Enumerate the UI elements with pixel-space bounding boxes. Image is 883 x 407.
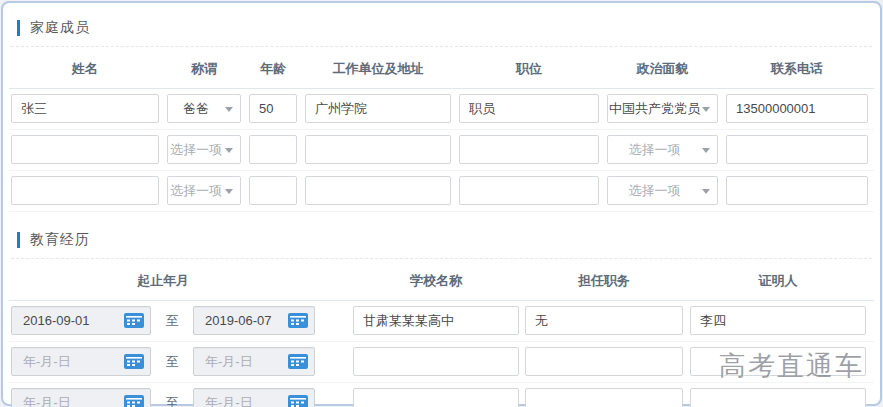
reference-input[interactable] xyxy=(690,306,866,335)
political-select[interactable]: 选择一项 xyxy=(607,135,718,164)
chevron-down-icon xyxy=(225,148,233,153)
duty-input[interactable] xyxy=(525,388,683,407)
end-date-placeholder: 年-月-日 xyxy=(205,353,253,371)
age-input[interactable] xyxy=(249,176,297,205)
column-header-school: 学校名称 xyxy=(353,272,519,290)
political-select[interactable]: 中国共产党党员 xyxy=(607,94,718,123)
name-input[interactable] xyxy=(11,135,159,164)
political-select-placeholder: 选择一项 xyxy=(629,182,681,200)
position-input[interactable] xyxy=(459,94,599,123)
to-label: 至 xyxy=(151,394,193,407)
chevron-down-icon xyxy=(702,107,710,112)
education-row: 年-月-日 至 年-月-日 xyxy=(9,342,874,383)
family-section-title: 家庭成员 xyxy=(17,19,874,37)
school-input[interactable] xyxy=(353,306,519,335)
start-date-value: 2016-09-01 xyxy=(23,313,90,328)
relation-select-placeholder: 选择一项 xyxy=(170,182,222,200)
relation-select[interactable]: 爸爸 xyxy=(167,94,241,123)
name-input[interactable] xyxy=(11,94,159,123)
education-section-title: 教育经历 xyxy=(17,231,874,249)
end-date-picker[interactable]: 2019-06-07 xyxy=(193,306,315,335)
to-label: 至 xyxy=(151,353,193,371)
calendar-icon[interactable] xyxy=(288,313,308,328)
chevron-down-icon xyxy=(225,107,233,112)
end-date-picker[interactable]: 年-月-日 xyxy=(193,388,315,407)
start-date-picker[interactable]: 年-月-日 xyxy=(11,388,151,407)
political-select[interactable]: 选择一项 xyxy=(607,176,718,205)
relation-select[interactable]: 选择一项 xyxy=(167,176,241,205)
family-row: 选择一项 选择一项 xyxy=(9,171,874,212)
column-header-relation: 称谓 xyxy=(167,60,241,78)
phone-input[interactable] xyxy=(726,176,868,205)
reference-input[interactable] xyxy=(690,347,866,376)
family-row: 选择一项 选择一项 xyxy=(9,130,874,171)
duty-input[interactable] xyxy=(525,306,683,335)
end-date-placeholder: 年-月-日 xyxy=(205,394,253,407)
chevron-down-icon xyxy=(702,189,710,194)
calendar-icon[interactable] xyxy=(288,354,308,369)
age-input[interactable] xyxy=(249,94,297,123)
section-title-label: 家庭成员 xyxy=(30,19,90,37)
column-header-work: 工作单位及地址 xyxy=(305,60,451,78)
column-header-duty: 担任职务 xyxy=(525,272,683,290)
relation-select-value: 爸爸 xyxy=(183,100,209,118)
education-table-header: 起止年月 学校名称 担任职务 证明人 xyxy=(9,259,874,301)
column-header-phone: 联系电话 xyxy=(726,60,868,78)
relation-select-placeholder: 选择一项 xyxy=(170,141,222,159)
family-table-header: 姓名 称谓 年龄 工作单位及地址 职位 政治面貌 联系电话 xyxy=(9,47,874,89)
age-input[interactable] xyxy=(249,135,297,164)
school-input[interactable] xyxy=(353,347,519,376)
start-date-picker[interactable]: 年-月-日 xyxy=(11,347,151,376)
column-header-name: 姓名 xyxy=(11,60,159,78)
family-row: 爸爸 中国共产党党员 xyxy=(9,89,874,130)
start-date-picker[interactable]: 2016-09-01 xyxy=(11,306,151,335)
to-label: 至 xyxy=(151,312,193,330)
column-header-political: 政治面貌 xyxy=(607,60,718,78)
calendar-icon[interactable] xyxy=(124,313,144,328)
phone-input[interactable] xyxy=(726,135,868,164)
section-title-label: 教育经历 xyxy=(30,231,90,249)
column-header-reference: 证明人 xyxy=(690,272,866,290)
section-accent-bar xyxy=(17,232,20,248)
work-input[interactable] xyxy=(305,94,451,123)
reference-input[interactable] xyxy=(690,388,866,407)
family-section: 家庭成员 姓名 称谓 年龄 工作单位及地址 职位 政治面貌 联系电话 爸爸 中国… xyxy=(9,19,874,212)
start-date-placeholder: 年-月-日 xyxy=(23,394,71,407)
column-header-position: 职位 xyxy=(459,60,599,78)
column-header-date-range: 起止年月 xyxy=(11,272,315,290)
form-panel: 家庭成员 姓名 称谓 年龄 工作单位及地址 职位 政治面貌 联系电话 爸爸 中国… xyxy=(1,1,882,406)
calendar-icon[interactable] xyxy=(124,395,144,407)
phone-input[interactable] xyxy=(726,94,868,123)
name-input[interactable] xyxy=(11,176,159,205)
education-row: 年-月-日 至 年-月-日 xyxy=(9,383,874,407)
chevron-down-icon xyxy=(225,189,233,194)
position-input[interactable] xyxy=(459,176,599,205)
chevron-down-icon xyxy=(702,148,710,153)
work-input[interactable] xyxy=(305,176,451,205)
political-select-placeholder: 选择一项 xyxy=(629,141,681,159)
relation-select[interactable]: 选择一项 xyxy=(167,135,241,164)
education-section: 教育经历 起止年月 学校名称 担任职务 证明人 2016-09-01 至 201… xyxy=(9,231,874,407)
duty-input[interactable] xyxy=(525,347,683,376)
work-input[interactable] xyxy=(305,135,451,164)
political-select-value: 中国共产党党员 xyxy=(609,100,700,118)
section-accent-bar xyxy=(17,20,20,36)
end-date-picker[interactable]: 年-月-日 xyxy=(193,347,315,376)
column-header-age: 年龄 xyxy=(249,60,297,78)
calendar-icon[interactable] xyxy=(124,354,144,369)
end-date-value: 2019-06-07 xyxy=(205,313,272,328)
education-row: 2016-09-01 至 2019-06-07 xyxy=(9,301,874,342)
school-input[interactable] xyxy=(353,388,519,407)
calendar-icon[interactable] xyxy=(288,395,308,407)
position-input[interactable] xyxy=(459,135,599,164)
start-date-placeholder: 年-月-日 xyxy=(23,353,71,371)
